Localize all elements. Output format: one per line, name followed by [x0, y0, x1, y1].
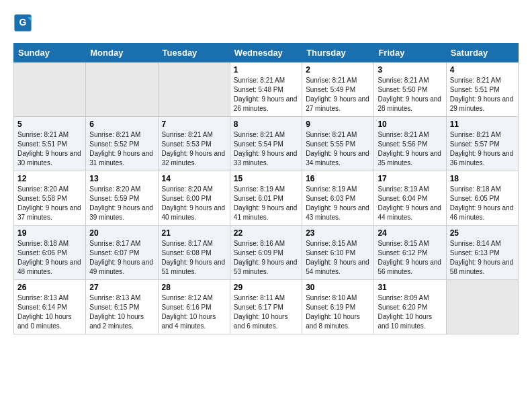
calendar-cell: 7 Sunrise: 8:21 AM Sunset: 5:53 PM Dayli… — [158, 117, 230, 171]
sunrise-time: Sunrise: 8:21 AM — [234, 131, 285, 138]
sunrise-time: Sunrise: 8:21 AM — [378, 77, 429, 84]
day-number: 12 — [17, 174, 82, 183]
calendar-cell: 1 Sunrise: 8:21 AM Sunset: 5:48 PM Dayli… — [230, 62, 302, 117]
sunrise-time: Sunrise: 8:15 AM — [306, 240, 357, 247]
sunset-time: Sunset: 5:56 PM — [378, 140, 427, 148]
sunrise-time: Sunrise: 8:21 AM — [234, 77, 285, 84]
day-header-friday: Friday — [374, 44, 446, 62]
sunset-time: Sunset: 5:50 PM — [378, 86, 427, 93]
daylight-hours: Daylight: 9 hours and 49 minutes. — [89, 259, 153, 275]
day-number: 21 — [162, 228, 226, 238]
day-number: 19 — [17, 228, 82, 238]
sunset-time: Sunset: 5:55 PM — [306, 140, 355, 148]
day-info: Sunrise: 8:12 AM Sunset: 6:16 PM Dayligh… — [162, 293, 226, 331]
sunset-time: Sunset: 6:13 PM — [450, 249, 500, 257]
day-info: Sunrise: 8:15 AM Sunset: 6:12 PM Dayligh… — [378, 239, 442, 277]
day-info: Sunrise: 8:15 AM Sunset: 6:10 PM Dayligh… — [306, 239, 370, 277]
day-number: 29 — [234, 283, 298, 292]
calendar-cell: 5 Sunrise: 8:21 AM Sunset: 5:51 PM Dayli… — [14, 117, 86, 171]
sunrise-time: Sunrise: 8:21 AM — [306, 77, 357, 84]
sunrise-time: Sunrise: 8:21 AM — [17, 131, 69, 138]
day-number: 5 — [17, 120, 82, 129]
day-number: 23 — [306, 228, 370, 238]
day-header-thursday: Thursday — [302, 44, 374, 62]
calendar-cell: 25 Sunrise: 8:14 AM Sunset: 6:13 PM Dayl… — [446, 226, 518, 280]
day-info: Sunrise: 8:18 AM Sunset: 6:05 PM Dayligh… — [450, 185, 515, 222]
daylight-hours: Daylight: 9 hours and 36 minutes. — [450, 150, 514, 167]
sunrise-time: Sunrise: 8:17 AM — [89, 240, 140, 247]
calendar-table: SundayMondayTuesdayWednesdayThursdayFrid… — [13, 43, 519, 334]
page-header: G — [13, 13, 519, 32]
calendar-cell: 3 Sunrise: 8:21 AM Sunset: 5:50 PM Dayli… — [374, 62, 446, 117]
calendar-cell: 4 Sunrise: 8:21 AM Sunset: 5:51 PM Dayli… — [446, 62, 518, 117]
sunrise-time: Sunrise: 8:21 AM — [450, 131, 501, 138]
calendar-cell: 9 Sunrise: 8:21 AM Sunset: 5:55 PM Dayli… — [302, 117, 374, 171]
daylight-hours: Daylight: 9 hours and 40 minutes. — [162, 204, 226, 221]
calendar-cell: 22 Sunrise: 8:16 AM Sunset: 6:09 PM Dayl… — [230, 226, 302, 280]
calendar-cell: 20 Sunrise: 8:17 AM Sunset: 6:07 PM Dayl… — [86, 226, 158, 280]
calendar-cell: 24 Sunrise: 8:15 AM Sunset: 6:12 PM Dayl… — [374, 226, 446, 280]
sunrise-time: Sunrise: 8:20 AM — [17, 185, 69, 193]
day-info: Sunrise: 8:18 AM Sunset: 6:06 PM Dayligh… — [17, 239, 82, 277]
day-info: Sunrise: 8:11 AM Sunset: 6:17 PM Dayligh… — [234, 293, 298, 331]
calendar-week-row: 12 Sunrise: 8:20 AM Sunset: 5:58 PM Dayl… — [14, 171, 519, 226]
sunrise-time: Sunrise: 8:13 AM — [89, 294, 140, 302]
sunrise-time: Sunrise: 8:18 AM — [17, 240, 69, 247]
day-info: Sunrise: 8:21 AM Sunset: 5:54 PM Dayligh… — [234, 130, 298, 168]
daylight-hours: Daylight: 9 hours and 28 minutes. — [378, 95, 441, 112]
calendar-cell: 14 Sunrise: 8:20 AM Sunset: 6:00 PM Dayl… — [158, 171, 230, 226]
day-header-monday: Monday — [86, 44, 158, 62]
day-info: Sunrise: 8:13 AM Sunset: 6:14 PM Dayligh… — [17, 293, 82, 331]
day-info: Sunrise: 8:20 AM Sunset: 5:58 PM Dayligh… — [17, 185, 82, 222]
calendar-cell: 12 Sunrise: 8:20 AM Sunset: 5:58 PM Dayl… — [14, 171, 86, 226]
daylight-hours: Daylight: 9 hours and 53 minutes. — [234, 259, 298, 275]
sunrise-time: Sunrise: 8:21 AM — [306, 131, 357, 138]
day-number: 20 — [89, 228, 154, 238]
sunset-time: Sunset: 6:07 PM — [89, 249, 139, 257]
calendar-cell: 23 Sunrise: 8:15 AM Sunset: 6:10 PM Dayl… — [302, 226, 374, 280]
day-number: 16 — [306, 174, 370, 183]
calendar-week-row: 19 Sunrise: 8:18 AM Sunset: 6:06 PM Dayl… — [14, 226, 519, 280]
day-number: 11 — [450, 120, 515, 129]
day-info: Sunrise: 8:17 AM Sunset: 6:08 PM Dayligh… — [162, 239, 226, 277]
day-header-saturday: Saturday — [446, 44, 518, 62]
calendar-header-row: SundayMondayTuesdayWednesdayThursdayFrid… — [14, 44, 519, 62]
daylight-hours: Daylight: 10 hours and 2 minutes. — [89, 313, 144, 330]
calendar-cell — [158, 62, 230, 117]
sunrise-time: Sunrise: 8:21 AM — [378, 131, 429, 138]
day-header-tuesday: Tuesday — [158, 44, 230, 62]
sunset-time: Sunset: 6:19 PM — [306, 304, 355, 311]
daylight-hours: Daylight: 9 hours and 39 minutes. — [89, 204, 153, 221]
day-info: Sunrise: 8:19 AM Sunset: 6:01 PM Dayligh… — [234, 185, 298, 222]
sunset-time: Sunset: 5:57 PM — [450, 140, 500, 148]
calendar-week-row: 1 Sunrise: 8:21 AM Sunset: 5:48 PM Dayli… — [14, 62, 519, 117]
sunset-time: Sunset: 6:00 PM — [162, 195, 212, 202]
day-number: 1 — [234, 65, 298, 75]
day-number: 4 — [450, 65, 515, 75]
calendar-cell: 31 Sunrise: 8:09 AM Sunset: 6:20 PM Dayl… — [374, 280, 446, 334]
day-info: Sunrise: 8:21 AM Sunset: 5:48 PM Dayligh… — [234, 76, 298, 113]
sunset-time: Sunset: 6:20 PM — [378, 304, 427, 311]
day-number: 25 — [450, 228, 515, 238]
calendar-week-row: 26 Sunrise: 8:13 AM Sunset: 6:14 PM Dayl… — [14, 280, 519, 334]
calendar-cell: 28 Sunrise: 8:12 AM Sunset: 6:16 PM Dayl… — [158, 280, 230, 334]
calendar-cell: 21 Sunrise: 8:17 AM Sunset: 6:08 PM Dayl… — [158, 226, 230, 280]
daylight-hours: Daylight: 9 hours and 46 minutes. — [450, 204, 514, 221]
sunset-time: Sunset: 6:12 PM — [378, 249, 427, 257]
sunrise-time: Sunrise: 8:18 AM — [450, 185, 501, 193]
day-number: 27 — [89, 283, 154, 292]
logo: G — [13, 13, 35, 32]
day-info: Sunrise: 8:20 AM Sunset: 6:00 PM Dayligh… — [162, 185, 226, 222]
daylight-hours: Daylight: 10 hours and 0 minutes. — [17, 313, 72, 330]
daylight-hours: Daylight: 10 hours and 6 minutes. — [234, 313, 288, 330]
day-info: Sunrise: 8:21 AM Sunset: 5:56 PM Dayligh… — [378, 130, 442, 168]
sunset-time: Sunset: 6:08 PM — [162, 249, 212, 257]
sunrise-time: Sunrise: 8:21 AM — [162, 131, 213, 138]
sunset-time: Sunset: 6:16 PM — [162, 304, 212, 311]
day-info: Sunrise: 8:21 AM Sunset: 5:51 PM Dayligh… — [17, 130, 82, 168]
sunset-time: Sunset: 6:04 PM — [378, 195, 427, 202]
sunset-time: Sunset: 5:52 PM — [89, 140, 139, 148]
day-number: 17 — [378, 174, 442, 183]
day-number: 30 — [306, 283, 370, 292]
sunrise-time: Sunrise: 8:21 AM — [450, 77, 501, 84]
